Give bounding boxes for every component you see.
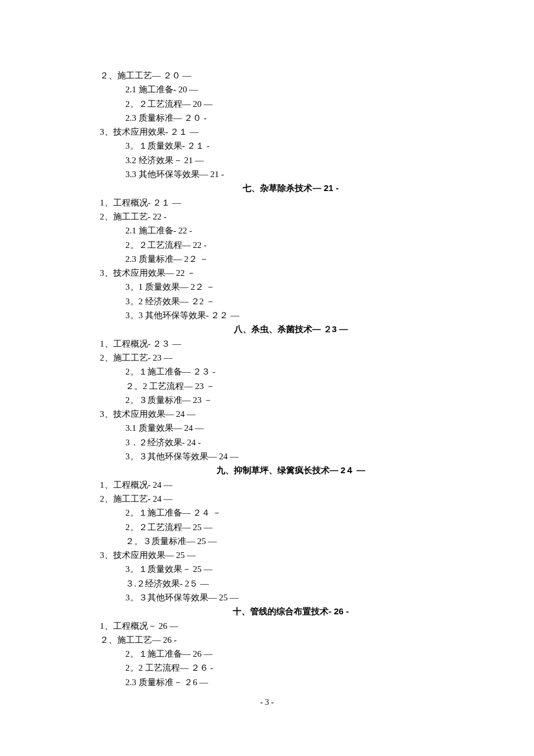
toc-line: 2.3 质量标准— 2２ － — [100, 252, 482, 266]
toc-line: 3.1 质量效果— 24 — — [100, 421, 482, 435]
toc-line: 3。3 其他环保等效果- ２２ — — [100, 308, 482, 322]
toc-line: 1、工程概况- ２１ — — [100, 196, 482, 210]
toc-line: 2。２工艺流程— 20 — — [100, 97, 482, 111]
toc-line: 2。３质量标准— 23 － — [100, 393, 482, 407]
section-heading: 八、杀虫、杀菌技术— ２3 — — [100, 322, 482, 336]
toc-line: 3.2 经济效果－ 21 — — [100, 153, 482, 167]
toc-line: 3。３其他环保等效果— 25 — — [100, 591, 482, 604]
section-heading: 九、抑制草坪、绿篱疯长技术— 2４ — — [100, 463, 482, 477]
toc-line: 2、施工工艺- 23 — — [100, 351, 482, 365]
toc-line: 1、工程概况- 24 — — [100, 478, 482, 492]
toc-line: ２、施工工艺— 26 - — [100, 633, 482, 647]
toc-line: 2.3 质量标准— ２０ - — [100, 111, 482, 125]
toc-page: ２、施工工艺— ２０ —2.1 施工准备- 20 —2。２工艺流程— 20 —2… — [0, 0, 534, 689]
page-number: - 3 - — [0, 698, 534, 707]
section-heading: 七、杂草除杀技术— 21 - — [100, 181, 482, 195]
toc-line: 3．２经济效果- 24 - — [100, 435, 482, 449]
toc-line: 2。１施工准备— ２３ - — [100, 365, 482, 379]
toc-line: 3。1 质量效果— 2２ － — [100, 280, 482, 294]
toc-line: 3。2 经济效果— ２2 － — [100, 294, 482, 308]
toc-line: ２。2 工艺流程— 23 － — [100, 379, 482, 393]
toc-line: 2。１施工准备— 26 — — [100, 647, 482, 661]
toc-line: ２、施工工艺— ２０ — — [100, 69, 482, 82]
toc-line: ２。３质量标准— 25 — — [100, 534, 482, 548]
toc-line: 3、技术应用效果— 24 — — [100, 407, 482, 421]
toc-line: 3.3 其他环保等效果— 21 - — [100, 167, 482, 181]
toc-line: 3、技术应用效果- ２１ — — [100, 125, 482, 139]
toc-line: 2。１施工准备— ２４ － — [100, 506, 482, 520]
toc-line: 2。２工艺流程— 25 — — [100, 520, 482, 534]
toc-line: 1、工程概况- ２３ — — [100, 337, 482, 351]
toc-line: 2。２工艺流程— 22 - — [100, 238, 482, 252]
toc-line: 3。１质量效果－ 25 — — [100, 562, 482, 576]
section-heading: 十、管线的综合布置技术- 26 - — [100, 604, 482, 618]
toc-line: 2、施工工艺- 24 — — [100, 492, 482, 506]
toc-line: 3。１质量效果- ２１ - — [100, 139, 482, 153]
toc-line: 2.1 施工准备- 22 - — [100, 224, 482, 237]
toc-line: 2。2 工艺流程— ２６ - — [100, 661, 482, 675]
toc-line: 1、工程概况－ 26 — — [100, 619, 482, 633]
toc-line: 2.3 质量标准－ ２6 — — [100, 675, 482, 689]
toc-line: 2、施工工艺- 22 - — [100, 210, 482, 224]
toc-line: ３.２经济效果- 2５ — — [100, 577, 482, 591]
toc-line: 3。３其他环保等效果— 24 — — [100, 449, 482, 463]
toc-line: 2.1 施工准备- 20 — — [100, 82, 482, 96]
toc-line: 3、技术应用效果— 22 － — [100, 266, 482, 280]
toc-line: 3、技术应用效果— 25 — — [100, 548, 482, 562]
